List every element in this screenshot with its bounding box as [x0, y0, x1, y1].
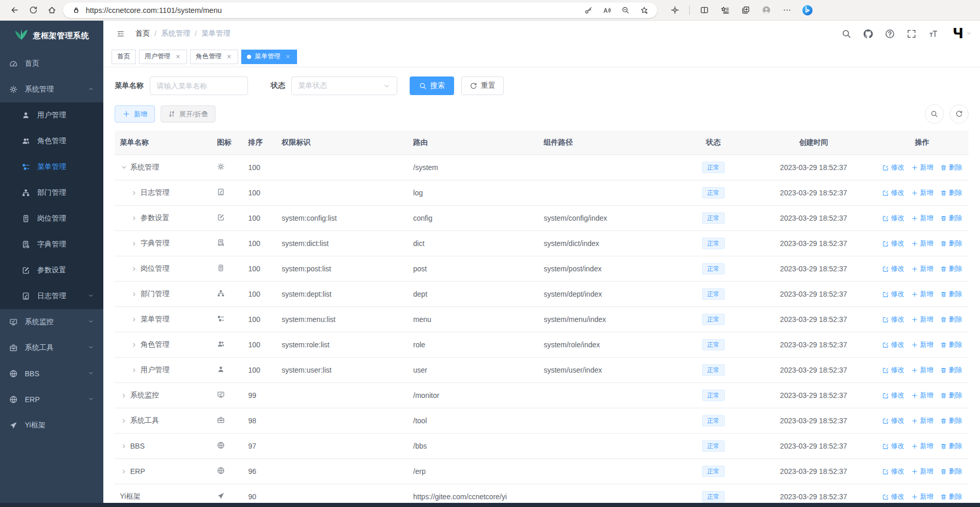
add-action[interactable]: 新增: [911, 163, 934, 172]
sidebar-item-tool[interactable]: 系统工具: [0, 335, 103, 361]
reset-button[interactable]: 重置: [461, 76, 504, 95]
edit-action[interactable]: 修改: [882, 340, 905, 349]
add-action[interactable]: 新增: [911, 391, 934, 400]
edit-action[interactable]: 修改: [882, 441, 905, 451]
read-aloud-button[interactable]: [601, 5, 613, 16]
add-button[interactable]: 新增: [115, 105, 155, 122]
sidebar-item-user[interactable]: 用户管理: [0, 102, 103, 128]
delete-action[interactable]: 删除: [940, 391, 962, 400]
sidebar-item-erp[interactable]: ERP: [0, 387, 103, 412]
url-text[interactable]: https://ccnetcore.com:1101/system/menu: [86, 6, 579, 14]
github-header-button[interactable]: [863, 28, 874, 39]
edit-action[interactable]: 修改: [882, 416, 905, 425]
delete-action[interactable]: 删除: [940, 416, 962, 425]
delete-action[interactable]: 删除: [940, 441, 962, 451]
tab-菜单管理[interactable]: 菜单管理: [241, 50, 297, 64]
sidebar-collapse-button[interactable]: [112, 25, 129, 42]
edit-action[interactable]: 修改: [882, 163, 905, 172]
expand-row-arrow[interactable]: [130, 214, 138, 222]
address-bar[interactable]: https://ccnetcore.com:1101/system/menu: [63, 3, 657, 18]
sidebar-item-menu[interactable]: 菜单管理: [0, 154, 103, 180]
delete-action[interactable]: 删除: [940, 188, 962, 197]
show-search-button[interactable]: [925, 104, 944, 124]
delete-action[interactable]: 删除: [940, 163, 962, 172]
breadcrumb-item[interactable]: 首页: [135, 29, 150, 38]
add-action[interactable]: 新增: [911, 289, 934, 299]
tab-用户管理[interactable]: 用户管理: [139, 50, 187, 64]
text-size-header-button[interactable]: [928, 28, 939, 39]
expand-row-arrow[interactable]: [120, 468, 128, 475]
expand-row-arrow[interactable]: [130, 189, 138, 197]
delete-action[interactable]: 删除: [940, 365, 962, 375]
delete-action[interactable]: 删除: [940, 467, 962, 476]
add-action[interactable]: 新增: [911, 492, 934, 501]
refresh-table-button[interactable]: [950, 104, 969, 124]
edit-action[interactable]: 修改: [882, 213, 905, 223]
star-add-button[interactable]: [639, 5, 650, 16]
expand-row-arrow[interactable]: [130, 366, 138, 374]
expand-row-arrow[interactable]: [120, 392, 128, 400]
expand-row-arrow[interactable]: [130, 290, 138, 298]
close-tab-button[interactable]: [284, 53, 291, 60]
zoom-out-button[interactable]: [620, 5, 631, 16]
split-screen-button[interactable]: [696, 3, 712, 18]
add-action[interactable]: 新增: [911, 416, 934, 425]
favorites-button[interactable]: [717, 3, 733, 18]
sidebar-item-role[interactable]: 角色管理: [0, 128, 103, 154]
edit-action[interactable]: 修改: [882, 365, 905, 375]
add-action[interactable]: 新增: [911, 239, 934, 248]
app-logo[interactable]: 意框架管理系统: [0, 21, 103, 51]
expand-row-arrow[interactable]: [120, 417, 128, 425]
add-action[interactable]: 新增: [911, 365, 934, 375]
close-tab-button[interactable]: [174, 53, 181, 60]
sidebar-item-config[interactable]: 参数设置: [0, 257, 103, 283]
delete-action[interactable]: 删除: [940, 289, 962, 299]
expand-collapse-button[interactable]: 展开/折叠: [161, 105, 215, 122]
question-header-button[interactable]: [884, 28, 896, 39]
tab-首页[interactable]: 首页: [112, 50, 136, 64]
sidebar-item-monitor[interactable]: 系统监控: [0, 309, 103, 335]
delete-action[interactable]: 删除: [940, 315, 962, 324]
sidebar-item-dept[interactable]: 部门管理: [0, 180, 103, 206]
expand-row-arrow[interactable]: [130, 240, 138, 248]
sidebar-item-yi[interactable]: Yi框架: [0, 412, 103, 438]
add-action[interactable]: 新增: [911, 264, 934, 273]
sidebar-item-system[interactable]: 系统管理: [0, 76, 103, 102]
collections-button[interactable]: [737, 3, 754, 18]
edit-action[interactable]: 修改: [882, 391, 905, 400]
more-button[interactable]: [779, 3, 795, 18]
add-action[interactable]: 新增: [911, 213, 934, 223]
add-action[interactable]: 新增: [911, 188, 934, 197]
sidebar-item-log[interactable]: 日志管理: [0, 283, 103, 309]
home-button[interactable]: [43, 3, 60, 18]
delete-action[interactable]: 删除: [940, 264, 962, 273]
close-tab-button[interactable]: [225, 53, 232, 60]
expand-row-arrow[interactable]: [130, 265, 138, 273]
expand-row-arrow[interactable]: [130, 316, 138, 324]
sidebar-item-home[interactable]: 首页: [0, 51, 103, 76]
edit-action[interactable]: 修改: [882, 264, 905, 273]
sidebar-item-dict[interactable]: 字典管理: [0, 232, 103, 257]
edit-action[interactable]: 修改: [882, 467, 905, 476]
edit-action[interactable]: 修改: [882, 289, 905, 299]
search-button[interactable]: 搜索: [410, 76, 454, 95]
edit-action[interactable]: 修改: [882, 315, 905, 324]
back-button[interactable]: [6, 3, 23, 18]
profile-button[interactable]: [758, 3, 774, 18]
search-header-button[interactable]: [841, 28, 852, 39]
expand-row-arrow[interactable]: [130, 341, 138, 349]
key-button[interactable]: [583, 5, 594, 16]
sidebar-item-post[interactable]: 岗位管理: [0, 206, 103, 232]
add-action[interactable]: 新增: [911, 315, 934, 324]
tab-角色管理[interactable]: 角色管理: [190, 50, 238, 64]
delete-action[interactable]: 删除: [940, 213, 962, 223]
add-action[interactable]: 新增: [911, 467, 934, 476]
delete-action[interactable]: 删除: [940, 492, 962, 501]
bing-button[interactable]: [799, 3, 816, 18]
expand-row-arrow[interactable]: [120, 442, 128, 450]
add-action[interactable]: 新增: [911, 441, 934, 451]
reload-button[interactable]: [25, 3, 41, 18]
add-action[interactable]: 新增: [911, 340, 934, 349]
delete-action[interactable]: 删除: [940, 239, 962, 248]
edit-action[interactable]: 修改: [882, 188, 905, 197]
